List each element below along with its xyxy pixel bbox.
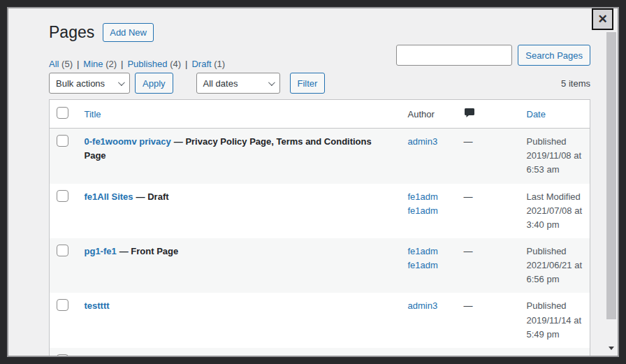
separator: | bbox=[121, 59, 123, 69]
table-row: WooCommerce Multistore admin3 — Publishe… bbox=[50, 348, 590, 357]
pages-table: Title Author Date 0-fe1woomv privacy— bbox=[49, 99, 590, 357]
page-title-link[interactable]: pg1-fe1 bbox=[85, 246, 117, 256]
date-value: 2019/11/14 at 5:49 pm bbox=[527, 314, 583, 342]
table-header-row: Title Author Date bbox=[50, 100, 590, 129]
view-filter-links: All (5)|Mine (2)|Published (4)|Draft (1) bbox=[49, 59, 225, 69]
comments-value: — bbox=[457, 348, 520, 357]
date-cell: Last Modified 2021/07/08 at 3:40 pm bbox=[520, 184, 590, 238]
pages-table-wrap: Title Author Date 0-fe1woomv privacy— bbox=[49, 99, 590, 357]
row-checkbox[interactable] bbox=[57, 299, 68, 311]
all-dates-select[interactable]: All dates bbox=[196, 73, 280, 94]
column-header-date[interactable]: Date bbox=[527, 109, 546, 119]
page-header: Pages Add New bbox=[49, 22, 154, 43]
column-header-author: Author bbox=[401, 100, 457, 129]
post-state: — Draft bbox=[136, 191, 169, 202]
author-link[interactable]: admin3 bbox=[408, 356, 438, 357]
search-input[interactable] bbox=[396, 45, 512, 66]
date-cell: Published 2019/11/08 at 6:53 am bbox=[520, 129, 590, 184]
view-link-draft[interactable]: Draft (1) bbox=[191, 59, 225, 69]
page-title-link[interactable]: 0-fe1woomv privacy bbox=[85, 136, 171, 147]
row-checkbox[interactable] bbox=[57, 245, 68, 256]
toolbar: Bulk actions Apply All dates Filter 5 it… bbox=[49, 73, 590, 94]
row-checkbox[interactable] bbox=[57, 354, 68, 357]
view-link-all[interactable]: All (5) bbox=[49, 59, 73, 69]
page-title-link[interactable]: WooCommerce Multistore bbox=[85, 356, 197, 357]
row-checkbox[interactable] bbox=[57, 190, 68, 202]
comment-bubble-icon bbox=[464, 107, 475, 122]
date-cell: Published 2019/11/14 at 5:49 pm bbox=[520, 293, 590, 347]
date-value: 2019/11/08 at 6:53 am bbox=[527, 149, 583, 177]
table-row: pg1-fe1— Front Page fe1adm fe1adm — Publ… bbox=[50, 238, 590, 293]
scroll-down-arrow-icon[interactable] bbox=[609, 347, 614, 350]
select-all-checkbox[interactable] bbox=[57, 107, 68, 119]
table-row: testttt admin3 — Published 2019/11/14 at… bbox=[50, 293, 590, 347]
apply-button[interactable]: Apply bbox=[135, 73, 173, 94]
view-count: (4) bbox=[170, 59, 181, 69]
view-count: (2) bbox=[105, 59, 117, 69]
post-state: — Front Page bbox=[119, 246, 179, 256]
page-title: Pages bbox=[49, 22, 94, 43]
column-header-title[interactable]: Title bbox=[85, 109, 101, 119]
bulk-actions-select[interactable]: Bulk actions bbox=[49, 73, 130, 94]
content-area: Pages Add New All (5)|Mine (2)|Published… bbox=[8, 8, 605, 356]
row-checkbox[interactable] bbox=[57, 135, 68, 147]
comments-value: — bbox=[457, 293, 520, 347]
filter-button[interactable]: Filter bbox=[290, 73, 326, 94]
date-value: 2021/06/21 at 6:56 pm bbox=[527, 259, 583, 286]
date-cell: Published bbox=[520, 348, 590, 357]
date-cell: Published 2021/06/21 at 6:56 pm bbox=[520, 238, 590, 293]
view-link-published[interactable]: Published (4) bbox=[127, 59, 181, 69]
search-pages-button[interactable]: Search Pages bbox=[518, 45, 590, 66]
table-row: fe1All Sites— Draft fe1adm fe1adm — Last… bbox=[50, 184, 590, 238]
separator: | bbox=[185, 59, 187, 69]
view-link-mine[interactable]: Mine (2) bbox=[83, 59, 117, 69]
author-link[interactable]: fe1adm fe1adm bbox=[408, 246, 438, 270]
author-link[interactable]: admin3 bbox=[408, 136, 438, 147]
view-count: (1) bbox=[214, 59, 225, 69]
author-link[interactable]: fe1adm fe1adm bbox=[408, 191, 438, 216]
items-count: 5 items bbox=[561, 78, 590, 89]
date-status: Published bbox=[527, 299, 583, 313]
date-status: Published bbox=[527, 245, 583, 259]
date-status: Published bbox=[527, 354, 583, 357]
chevron-down-icon bbox=[118, 79, 125, 86]
date-value: 2021/07/08 at 3:40 pm bbox=[527, 204, 583, 232]
search-area: Search Pages bbox=[396, 45, 590, 66]
screen: { "window": { "close_glyph": "✕" }, "hea… bbox=[0, 0, 626, 364]
scrollbar-thumb[interactable] bbox=[606, 32, 616, 319]
separator: | bbox=[77, 59, 79, 69]
close-button[interactable]: ✕ bbox=[592, 8, 613, 30]
table-row: 0-fe1woomv privacy— Privacy Policy Page,… bbox=[50, 129, 590, 184]
chevron-down-icon bbox=[268, 79, 275, 86]
view-count: (5) bbox=[61, 59, 73, 69]
date-status: Last Modified bbox=[527, 190, 583, 204]
vertical-scrollbar[interactable] bbox=[605, 8, 618, 356]
comments-value: — bbox=[457, 184, 520, 238]
date-status: Published bbox=[527, 135, 583, 149]
page-title-link[interactable]: testttt bbox=[85, 300, 110, 311]
add-new-button[interactable]: Add New bbox=[103, 23, 154, 42]
page-title-link[interactable]: fe1All Sites bbox=[85, 191, 133, 202]
author-link[interactable]: admin3 bbox=[408, 300, 438, 311]
pages-dialog: ✕ Pages Add New All (5)|Mine (2)|Publish… bbox=[7, 7, 619, 357]
comments-value: — bbox=[457, 238, 520, 293]
comments-value: — bbox=[457, 129, 520, 184]
